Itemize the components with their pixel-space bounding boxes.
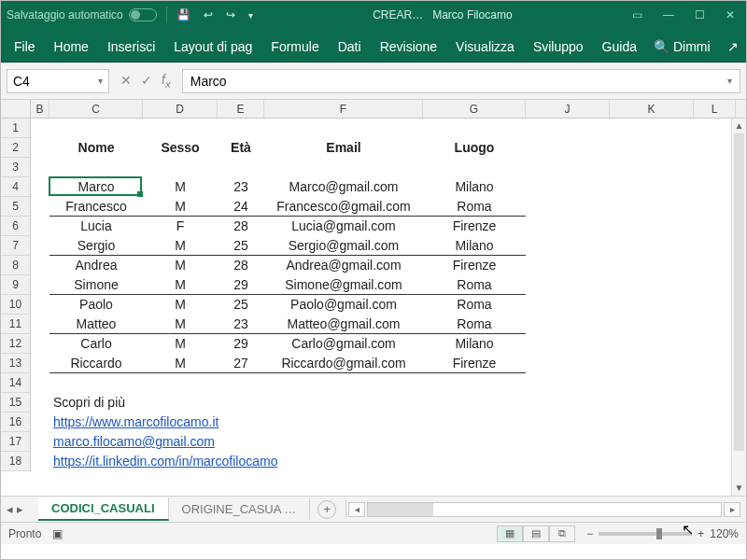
cell-luogo-6[interactable]: Firenze [423,217,526,236]
tab-formulas[interactable]: Formule [261,32,328,62]
cell-eta-8[interactable]: 28 [218,256,264,275]
cell-sesso-13[interactable]: M [143,354,218,373]
cell-sesso-10[interactable]: M [143,295,218,315]
sheet-prev-icon[interactable]: ◂ [7,502,13,516]
col-header-E[interactable]: E [218,100,264,118]
row-header-17[interactable]: 17 [1,432,30,452]
cell-nome-10[interactable]: Paolo [49,295,143,315]
sheet-tab-active[interactable]: CODICI_CASUALI [38,497,169,521]
row-header-8[interactable]: 8 [1,256,30,275]
cell-link-email[interactable]: marco.filocamo@gmail.com [49,432,423,452]
cell-nome-9[interactable]: Simone [49,275,143,295]
cell-sesso-8[interactable]: M [143,256,218,275]
zoom-value[interactable]: 120% [710,527,739,540]
view-normal-icon[interactable]: ▦ [497,525,523,542]
cell-link-site[interactable]: https://www.marcofilocamo.it [49,413,423,432]
cell-nome-7[interactable]: Sergio [49,236,143,256]
zoom-out-button[interactable]: − [586,527,593,540]
tab-layout[interactable]: Layout di pag [164,32,261,62]
row-header-9[interactable]: 9 [1,275,30,295]
minimize-icon[interactable]: — [663,8,674,21]
name-box-dropdown-icon[interactable]: ▾ [98,76,103,86]
cell-eta-12[interactable]: 29 [218,334,264,354]
close-icon[interactable]: ✕ [726,8,735,21]
row-header-16[interactable]: 16 [1,413,30,432]
tab-file[interactable]: File [5,32,45,62]
cell-email-6[interactable]: Lucia@gmail.com [264,217,423,236]
cell-nome-5[interactable]: Francesco [49,197,143,217]
row-header-18[interactable]: 18 [1,452,30,471]
tab-insert[interactable]: Inserisci [98,32,164,62]
col-header-K[interactable]: K [610,100,694,118]
cells-area[interactable]: NomeSessoEtàEmailLuogoMarcoM23Marco@gmai… [31,119,746,496]
cell-email-5[interactable]: Francesco@gmail.com [264,197,423,217]
scroll-down-icon[interactable]: ▼ [732,481,746,496]
row-header-14[interactable]: 14 [1,373,30,393]
cell-luogo-5[interactable]: Roma [423,197,526,217]
col-header-C[interactable]: C [49,100,143,118]
scroll-up-icon[interactable]: ▲ [732,119,746,133]
tab-developer[interactable]: Sviluppo [524,32,593,62]
cell-email-7[interactable]: Sergio@gmail.com [264,236,423,256]
cancel-formula-icon[interactable]: ✕ [120,73,132,88]
hscroll-left-icon[interactable]: ◂ [348,502,365,517]
cell-eta-10[interactable]: 25 [218,295,264,315]
cell-email-4[interactable]: Marco@gmail.com [264,177,423,197]
cell-sesso-7[interactable]: M [143,236,218,256]
cell-sesso-12[interactable]: M [143,334,218,354]
save-icon[interactable]: 💾 [176,8,190,21]
row-header-7[interactable]: 7 [1,236,30,256]
sheet-tab-other[interactable]: ORIGINE_CASUA … [169,498,311,520]
spreadsheet-grid[interactable]: BCDEFGJKL 123456789101112131415161718 No… [1,100,746,496]
zoom-in-button[interactable]: + [698,527,704,540]
tab-help[interactable]: Guida [593,32,646,62]
cell-luogo-10[interactable]: Roma [423,295,526,315]
vscroll-thumb[interactable] [734,133,744,451]
cell-sesso-5[interactable]: M [143,197,218,217]
cell-eta-7[interactable]: 25 [218,236,264,256]
cell-luogo-4[interactable]: Milano [423,177,526,197]
cell-eta-6[interactable]: 28 [218,217,264,236]
zoom-thumb[interactable] [656,528,662,539]
cell-nome-8[interactable]: Andrea [49,256,143,275]
cell-nome-12[interactable]: Carlo [49,334,143,354]
cell-eta-11[interactable]: 23 [218,315,264,334]
hscroll-track[interactable] [367,502,722,517]
add-sheet-button[interactable]: + [317,500,336,519]
row-header-10[interactable]: 10 [1,295,30,315]
row-header-2[interactable]: 2 [1,138,30,158]
autosave-toggle[interactable]: Salvataggio automatico [7,8,157,21]
formula-input[interactable]: Marco ▾ [182,69,740,93]
macro-record-icon[interactable]: ▣ [52,527,63,540]
redo-icon[interactable]: ↪ [226,8,235,21]
sheet-next-icon[interactable]: ▸ [17,502,23,516]
fx-icon[interactable]: fx [162,72,171,90]
undo-icon[interactable]: ↩ [204,8,213,21]
row-header-5[interactable]: 5 [1,197,30,217]
cell-sesso-6[interactable]: F [143,217,218,236]
cell-email-13[interactable]: Riccardo@gmail.com [264,354,423,373]
col-header-L[interactable]: L [694,100,736,118]
col-header-G[interactable]: G [423,100,526,118]
tell-me-search[interactable]: 🔍 Dimmi [646,32,718,62]
horizontal-scrollbar[interactable]: ◂ ▸ [348,502,746,517]
col-header-D[interactable]: D [143,100,218,118]
ribbon-options-icon[interactable]: ▭ [632,8,642,21]
hscroll-right-icon[interactable]: ▸ [724,502,740,517]
cell-luogo-7[interactable]: Milano [423,236,526,256]
cell-scopri[interactable]: Scopri di più [49,393,423,413]
cell-eta-9[interactable]: 29 [218,275,264,295]
cell-luogo-8[interactable]: Firenze [423,256,526,275]
header-luogo[interactable]: Luogo [423,138,526,158]
tab-review[interactable]: Revisione [371,32,446,62]
cell-eta-13[interactable]: 27 [218,354,264,373]
expand-formula-icon[interactable]: ▾ [727,76,732,86]
header-email[interactable]: Email [264,138,423,158]
cell-link-linkedin[interactable]: https://it.linkedin.com/in/marcofilocamo [49,452,423,471]
view-page-layout-icon[interactable]: ▤ [523,525,549,542]
cell-luogo-13[interactable]: Firenze [423,354,526,373]
col-header-J[interactable]: J [526,100,610,118]
cell-email-8[interactable]: Andrea@gmail.com [264,256,423,275]
autosave-switch-icon[interactable] [129,8,157,21]
name-box[interactable]: C4 ▾ [7,69,109,93]
